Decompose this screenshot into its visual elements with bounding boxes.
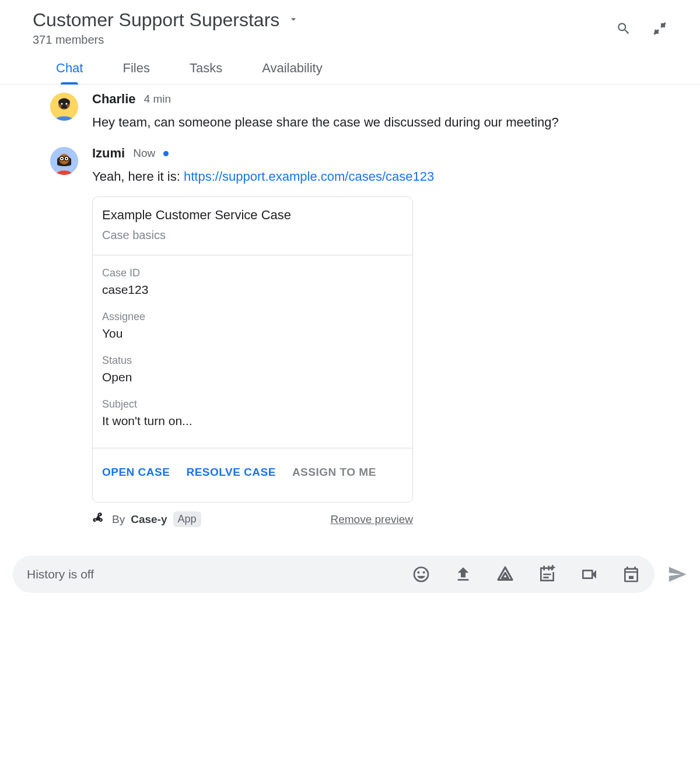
message-input[interactable]: History is off bbox=[13, 556, 654, 593]
composer-placeholder: History is off bbox=[27, 567, 412, 581]
field-label-status: Status bbox=[102, 355, 403, 367]
drive-icon[interactable] bbox=[496, 565, 514, 584]
svg-point-7 bbox=[61, 103, 62, 104]
unread-dot-icon bbox=[163, 151, 169, 156]
card-title: Example Customer Service Case bbox=[102, 208, 403, 223]
field-label-subject: Subject bbox=[102, 398, 403, 410]
timestamp: Now bbox=[133, 147, 155, 160]
field-value-caseid: case123 bbox=[102, 283, 403, 297]
send-icon[interactable] bbox=[667, 564, 687, 584]
emoji-icon[interactable] bbox=[412, 565, 430, 584]
case-link[interactable]: https://support.example.com/cases/case12… bbox=[184, 169, 434, 184]
space-title: Customer Support Superstars bbox=[33, 9, 279, 31]
message-text-prefix: Yeah, here it is: bbox=[92, 169, 184, 184]
collapse-icon[interactable] bbox=[652, 21, 667, 36]
tab-chat[interactable]: Chat bbox=[56, 61, 83, 84]
tab-files[interactable]: Files bbox=[123, 61, 149, 84]
resolve-case-button[interactable]: RESOLVE CASE bbox=[186, 466, 275, 479]
sender-name: Charlie bbox=[92, 92, 136, 107]
open-case-button[interactable]: OPEN CASE bbox=[102, 466, 170, 479]
webhook-icon bbox=[92, 511, 106, 528]
field-value-subject: It won't turn on... bbox=[102, 414, 403, 428]
remove-preview-button[interactable]: Remove preview bbox=[331, 513, 414, 526]
upload-icon[interactable] bbox=[454, 565, 473, 584]
svg-point-6 bbox=[58, 99, 70, 106]
svg-point-14 bbox=[61, 158, 63, 160]
svg-rect-9 bbox=[61, 106, 67, 108]
tab-bar: Chat Files Tasks Availability bbox=[0, 47, 700, 85]
assign-to-me-button[interactable]: ASSIGN TO ME bbox=[292, 466, 376, 479]
field-label-assignee: Assignee bbox=[102, 311, 403, 323]
member-count: 371 members bbox=[33, 33, 616, 47]
field-label-caseid: Case ID bbox=[102, 267, 403, 279]
tab-availability[interactable]: Availability bbox=[262, 61, 323, 84]
calendar-icon[interactable] bbox=[622, 565, 640, 584]
app-name: Case-y bbox=[131, 513, 167, 526]
app-badge: App bbox=[173, 511, 201, 527]
preview-byline: By Case-y App bbox=[92, 511, 201, 528]
avatar bbox=[50, 93, 78, 121]
avatar bbox=[50, 147, 78, 175]
new-doc-icon[interactable] bbox=[538, 565, 556, 584]
field-value-status: Open bbox=[102, 370, 403, 384]
card-subtitle: Case basics bbox=[102, 229, 403, 242]
message: Izumi Now Yeah, here it is: https://supp… bbox=[50, 146, 667, 528]
sender-name: Izumi bbox=[92, 146, 125, 161]
message: Charlie 4 min Hey team, can someone plea… bbox=[50, 92, 667, 132]
by-label: By bbox=[112, 513, 125, 526]
svg-point-8 bbox=[65, 103, 67, 104]
chevron-down-icon[interactable] bbox=[288, 13, 299, 27]
link-preview-card: Example Customer Service Case Case basic… bbox=[92, 196, 413, 503]
search-icon[interactable] bbox=[616, 21, 631, 36]
tab-tasks[interactable]: Tasks bbox=[190, 61, 222, 84]
field-value-assignee: You bbox=[102, 327, 403, 341]
video-icon[interactable] bbox=[580, 565, 598, 584]
message-text: Yeah, here it is: https://support.exampl… bbox=[92, 167, 588, 186]
message-text: Hey team, can someone please share the c… bbox=[92, 113, 588, 132]
svg-point-15 bbox=[66, 158, 68, 160]
timestamp: 4 min bbox=[144, 93, 171, 106]
